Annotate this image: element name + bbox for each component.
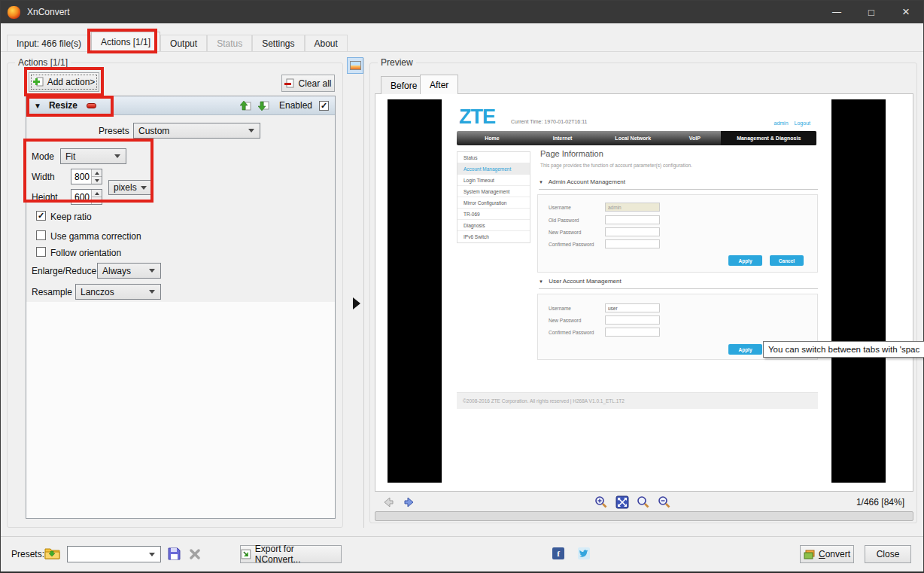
width-decrement-button[interactable] [92,177,102,184]
zte-user-apply-button: Apply [728,344,762,355]
zte-nav-local-network: Local Network [597,131,668,145]
zte-new-password-input [605,227,660,236]
width-label: Width [32,172,55,182]
keep-ratio-label: Keep ratio [50,212,92,222]
chevron-down-icon [141,186,147,190]
height-input[interactable] [71,190,91,204]
zte-admin-apply-button: Apply [728,255,762,266]
preview-status-text: 1/466 [84%] [856,497,904,507]
add-action-button[interactable]: Add action> [29,72,99,92]
zte-admin-form: Username Old Password New Password Confi… [537,194,818,273]
height-label: Height [32,192,58,203]
height-spinner[interactable] [71,189,102,205]
app-icon [8,6,20,19]
unit-value: pixels [109,182,141,193]
mode-select[interactable]: Fit [60,148,126,164]
close-label: Close [877,549,900,559]
preview-thumbnail-button[interactable] [347,57,363,74]
convert-button[interactable]: Convert [800,545,854,563]
zte-admin-section-header: ▼ Admin Account Management [539,178,818,190]
gamma-label: Use gamma correction [50,231,141,242]
presets-select[interactable] [67,546,161,562]
resize-action-header[interactable]: ▼ Resize Enabled ✓ [26,96,335,115]
open-presets-folder-icon[interactable] [44,546,60,560]
gamma-checkbox[interactable] [36,230,46,240]
zte-username-label: Username [549,205,605,210]
width-input[interactable] [71,169,91,184]
clear-all-icon [284,78,294,88]
section-collapse-icon: ▼ [539,279,543,284]
unit-select[interactable]: pixels [108,180,153,195]
collapse-arrow-icon[interactable]: ▼ [34,102,41,110]
keep-ratio-checkbox[interactable]: ✓ [36,211,46,221]
tab-status: Status [207,35,252,51]
panel-splitter[interactable] [363,58,364,528]
zte-sidebar-tr069: TR-069 [457,209,530,220]
width-increment-button[interactable] [92,169,102,177]
enabled-checkbox[interactable]: ✓ [319,101,329,111]
zte-user-confirmed-password-input [605,328,660,337]
add-action-label: Add action> [47,77,96,87]
zte-username-label: Username [549,306,605,311]
clear-all-label: Clear all [298,78,331,89]
resize-action-title: Resize [49,100,78,111]
zoom-in-icon[interactable] [594,495,608,509]
orientation-checkbox[interactable] [36,247,46,257]
fit-to-window-icon[interactable] [615,495,629,509]
resize-presets-value: Custom [134,126,248,136]
enabled-label: Enabled [279,100,312,111]
next-image-button[interactable] [403,495,416,509]
zte-logo: ZTE [459,105,495,129]
zte-new-password-label: New Password [549,318,605,323]
zte-sidebar-ipv6-switch: IPv6 Switch [457,231,530,242]
maximize-button[interactable]: □ [854,1,889,23]
window-title: XnConvert [27,7,70,17]
splitter-collapse-arrow-icon[interactable] [353,297,360,309]
export-nconvert-button[interactable]: Export for NConvert... [240,545,342,563]
zte-user-section-header: ▼ User Account Management [539,278,818,289]
zte-nav-management: Management & Diagnosis [721,131,816,145]
zte-old-password-input [605,215,660,224]
close-window-button[interactable]: × [889,1,923,23]
save-preset-icon[interactable] [168,547,181,560]
zte-footer: ©2008-2016 ZTE Corporation. All rights r… [457,392,818,409]
zoom-original-icon[interactable] [637,495,650,509]
tab-settings[interactable]: Settings [252,35,304,51]
zoom-out-icon[interactable] [658,495,671,509]
zte-new-password-label: New Password [549,230,605,235]
tab-after[interactable]: After [420,75,458,94]
minimize-button[interactable]: — [819,1,854,23]
tab-about[interactable]: About [305,35,348,51]
enlarge-reduce-select[interactable]: Always [97,263,161,279]
bottom-bar: Presets: Export for NConvert... [1,537,923,571]
zte-old-password-label: Old Password [549,218,605,223]
previous-image-button [381,495,395,509]
twitter-icon[interactable] [578,547,590,559]
move-down-icon[interactable] [258,100,269,111]
resample-select[interactable]: Lanczos [75,284,161,300]
width-spinner[interactable] [71,169,102,184]
preview-canvas[interactable]: ZTE Current Time: 1970-01-02T16:11 admin… [375,93,913,492]
close-button[interactable]: Close [865,545,911,563]
actions-group-title: Actions [1/1] [15,57,71,68]
remove-action-icon[interactable] [87,103,96,108]
presets-bar-label: Presets: [11,549,44,559]
title-bar: XnConvert — □ × [1,1,923,23]
tab-output[interactable]: Output [160,35,207,51]
twitter-bird-icon [579,550,588,557]
tab-actions[interactable]: Actions [1/1] [91,32,160,51]
height-decrement-button[interactable] [92,197,102,204]
height-increment-button[interactable] [92,190,102,197]
zte-nav-voip: VoIP [668,131,721,145]
clear-all-button[interactable]: Clear all [281,75,335,92]
tab-input[interactable]: Input: 466 file(s) [7,35,91,51]
letterbox-left [388,99,442,483]
chevron-down-icon [149,269,155,273]
zte-sidebar-system-management: System Management [457,186,530,197]
resize-presets-select[interactable]: Custom [133,123,260,139]
enlarge-reduce-label: Enlarge/Reduce [32,266,96,276]
orientation-label: Follow orientation [50,248,121,258]
move-up-icon[interactable] [240,100,251,111]
zte-logout-link: Logout [795,120,810,126]
facebook-icon[interactable]: f [552,547,564,559]
